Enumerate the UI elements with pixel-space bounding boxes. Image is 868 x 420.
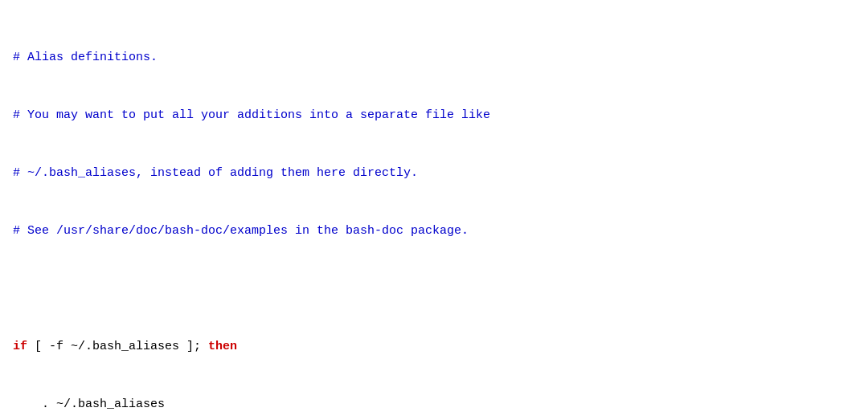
line-3: # ~/.bash_aliases, instead of adding the… (13, 164, 855, 183)
line-2: # You may want to put all your additions… (13, 106, 855, 125)
blank-1 (13, 279, 855, 299)
line-if: if [ -f ~/.bash_aliases ]; then (13, 337, 855, 357)
line-bash-aliases: . ~/.bash_aliases (13, 395, 855, 414)
code-editor: # Alias definitions. # You may want to p… (13, 10, 855, 420)
line-4: # See /usr/share/doc/bash-doc/examples i… (13, 222, 855, 241)
line-1: # Alias definitions. (13, 48, 855, 67)
